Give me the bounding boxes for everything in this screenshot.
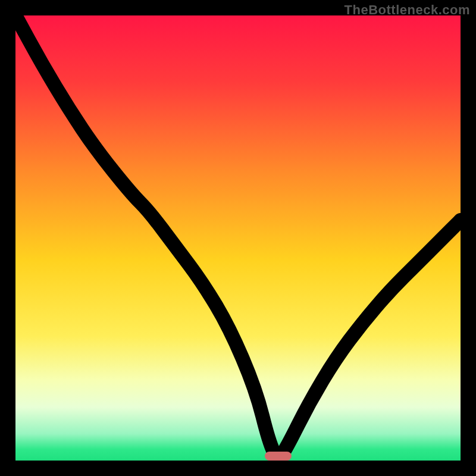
watermark-text: TheBottleneck.com — [345, 2, 470, 18]
plot-area — [15, 15, 461, 461]
curve-layer — [15, 15, 461, 461]
bottleneck-curve — [15, 15, 461, 457]
optimal-marker — [265, 452, 292, 461]
chart-frame: TheBottleneck.com — [0, 0, 476, 476]
